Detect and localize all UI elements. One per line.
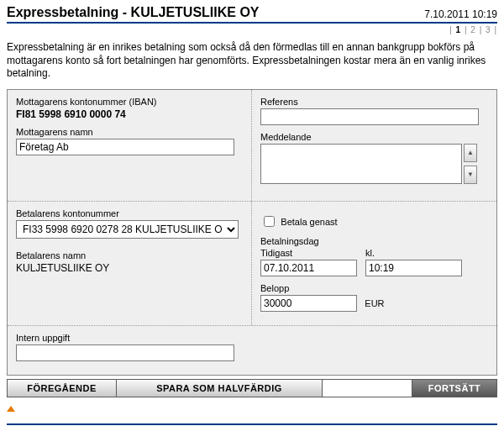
amount-label: Belopp — [260, 283, 488, 293]
pay-now-checkbox[interactable] — [264, 216, 275, 227]
previous-button[interactable]: FÖREGÅENDE — [8, 380, 117, 397]
time-label: kl. — [365, 248, 462, 258]
payer-account-select[interactable]: FI33 5998 6920 0278 28 KULJETUSLIIKE OY — [16, 220, 239, 239]
message-label: Meddelande — [260, 132, 488, 142]
triangle-up-icon — [7, 406, 15, 412]
recipient-name-label: Mottagarens namn — [16, 127, 243, 137]
recipient-iban-value: FI81 5998 6910 0000 74 — [16, 108, 126, 120]
internal-label: Intern uppgift — [16, 333, 488, 343]
step-1: 1 — [456, 25, 462, 34]
step-indicator: | 1 | 2 | 3 | — [7, 24, 497, 41]
scroll-up-icon[interactable]: ▲ — [464, 144, 477, 162]
payer-account-label: Betalarens kontonummer — [16, 208, 243, 218]
internal-input[interactable] — [16, 344, 234, 361]
step-2: 2 — [470, 25, 476, 34]
step-3: 3 — [486, 25, 491, 34]
button-spacer — [323, 380, 412, 397]
save-draft-button[interactable]: SPARA SOM HALVFÄRDIG — [117, 380, 323, 397]
recipient-iban-label: Mottagarens kontonummer (IBAN) — [16, 97, 243, 107]
currency-label: EUR — [365, 298, 384, 308]
recipient-name-input[interactable] — [16, 139, 234, 155]
reference-label: Referens — [260, 97, 488, 107]
continue-button[interactable]: FORTSÄTT — [412, 380, 496, 397]
page-title: Expressbetalning - KULJETUSLIIKE OY — [7, 5, 260, 20]
pay-now-label: Betala genast — [281, 216, 337, 226]
intro-text: Expressbetalning är en inrikes betalning… — [7, 41, 497, 81]
message-textarea[interactable] — [260, 144, 462, 184]
payment-time-input[interactable] — [365, 260, 462, 276]
payer-name-label: Betalarens namn — [16, 250, 243, 260]
payer-name-value: KULJETUSLIIKE OY — [16, 262, 109, 274]
payment-date-input[interactable] — [260, 260, 357, 276]
payment-day-header: Betalningsdag — [260, 236, 488, 246]
earliest-label: Tidigast — [260, 248, 357, 258]
timestamp: 7.10.2011 10:19 — [424, 8, 497, 20]
scroll-down-icon[interactable]: ▼ — [464, 166, 477, 184]
reference-input[interactable] — [260, 108, 479, 125]
amount-input[interactable] — [260, 295, 357, 312]
